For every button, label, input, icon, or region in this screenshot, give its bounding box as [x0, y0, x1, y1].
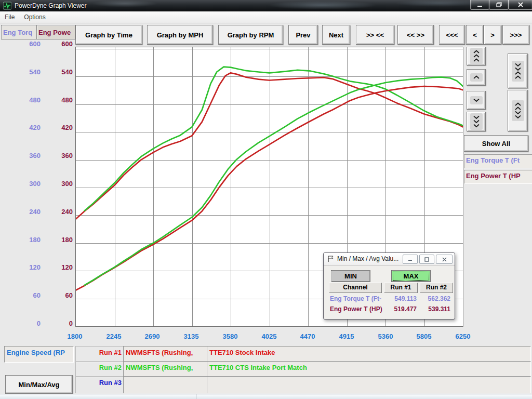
close-icon — [442, 257, 447, 262]
x-tick-5805: 5805 — [407, 332, 441, 341]
y-tick-power-540: 540 — [47, 68, 73, 76]
graph-by-rpm-button[interactable]: Graph by RPM — [218, 25, 283, 45]
y-tick-torque-540: 540 — [15, 68, 41, 76]
scroll-far-left-button[interactable]: <<< — [439, 25, 465, 45]
scroll-right-button[interactable]: > — [484, 25, 501, 45]
y-tick-power-0: 0 — [47, 320, 73, 328]
graph-by-mph-button[interactable]: Graph by MPH — [147, 25, 213, 45]
y-tick-power-120: 120 — [47, 263, 73, 272]
y-tick-torque-600: 600 — [15, 40, 41, 48]
close-icon — [518, 2, 523, 7]
app-window: PowerDyne Graph Viewer FileOptions Eng T… — [0, 0, 532, 399]
x-tick-3580: 3580 — [214, 332, 247, 341]
run-desc-3[interactable] — [207, 376, 531, 393]
channel-tab-power[interactable]: Eng Powe — [36, 25, 75, 39]
close-button[interactable] — [508, 0, 532, 10]
restore-icon — [496, 2, 502, 7]
x-tick-3135: 3135 — [175, 332, 208, 341]
column-header-channel: Channel — [329, 283, 382, 293]
maximize-icon — [424, 257, 429, 262]
minmax-row-1: Eng Torque T (Ft-549.113562.362 — [324, 295, 455, 304]
graph-by-time-button[interactable]: Graph by Time — [75, 25, 142, 45]
expand-vertical-button[interactable] — [508, 90, 528, 131]
y-tick-power-600: 600 — [47, 40, 73, 48]
run-name-3[interactable] — [123, 376, 208, 393]
y-tick-torque-420: 420 — [15, 124, 41, 132]
collapse-vertical-icon — [512, 61, 524, 82]
minmax-window-title: Min / Max / Avg Valu... — [337, 255, 398, 262]
minmax-window-icon — [327, 255, 335, 262]
min-toggle-button[interactable]: MIN — [331, 270, 370, 282]
run-label-3: Run #3 — [75, 376, 125, 393]
minmax-row-2: Eng Power T (HP)519.477539.311 — [324, 305, 455, 315]
x-tick-4470: 4470 — [291, 332, 324, 341]
minimize-icon — [477, 3, 483, 7]
zoom-in-button[interactable]: >> << — [356, 25, 394, 45]
y-tick-power-60: 60 — [47, 291, 73, 300]
minmax-channel-name: Eng Torque T (Ft- — [330, 295, 384, 302]
curve-run1-torque — [76, 73, 463, 219]
minmax-close-button[interactable] — [436, 255, 453, 264]
expand-vertical-icon — [512, 100, 524, 121]
y-tick-power-300: 300 — [47, 180, 73, 188]
minmax-run1-value: 519.477 — [381, 305, 417, 313]
collapse-vertical-button[interactable] — [508, 54, 528, 88]
y-tick-power-240: 240 — [47, 208, 73, 216]
next-button[interactable]: Next — [322, 25, 350, 45]
channel-tab-torque[interactable]: Eng Torq — [1, 25, 38, 39]
title-bar[interactable]: PowerDyne Graph Viewer — [0, 0, 532, 12]
zoom-out-button[interactable]: << >> — [397, 25, 434, 45]
max-toggle-button[interactable]: MAX — [391, 270, 431, 282]
taskbar-divider — [196, 394, 196, 399]
app-icon — [3, 2, 11, 10]
scroll-left-button[interactable]: < — [466, 25, 484, 45]
x-tick-2690: 2690 — [136, 332, 169, 341]
y-tick-torque-480: 480 — [15, 96, 41, 104]
minimize-button[interactable] — [470, 0, 489, 10]
minmax-title-bar[interactable]: Min / Max / Avg Valu... — [324, 253, 455, 265]
show-all-button[interactable]: Show All — [464, 135, 528, 152]
y-tick-power-360: 360 — [47, 152, 73, 160]
restore-button[interactable] — [489, 0, 509, 10]
y-tick-torque-0: 0 — [15, 320, 41, 328]
x-tick-6250: 6250 — [446, 332, 480, 341]
minmax-run1-value: 549.113 — [381, 295, 417, 302]
y-tick-power-480: 480 — [47, 96, 73, 104]
x-tick-4025: 4025 — [252, 332, 286, 341]
min-max-avg-button[interactable]: Min/Max/Avg — [5, 375, 73, 394]
minmax-window: Min / Max / Avg Valu... MIN MAX Channel … — [323, 252, 455, 320]
power-channel-label[interactable]: Eng Power T (HP — [464, 170, 532, 184]
chevron-down-button[interactable] — [467, 91, 486, 110]
x-channel-label[interactable]: Engine Speed (RP — [4, 346, 74, 363]
x-tick-2245: 2245 — [97, 332, 130, 341]
triple-chevron-up-icon — [470, 48, 483, 64]
triple-chevron-down-button[interactable] — [467, 112, 486, 131]
menu-file[interactable]: File — [0, 11, 19, 23]
column-header-run1: Run #1 — [384, 283, 418, 293]
minmax-run2-value: 539.311 — [418, 305, 450, 313]
menu-bar: FileOptions — [0, 11, 532, 23]
minmax-channel-name: Eng Power T (HP) — [330, 305, 384, 313]
prev-button[interactable]: Prev — [288, 25, 318, 45]
scroll-far-right-button[interactable]: >>> — [502, 25, 529, 45]
y-tick-power-180: 180 — [47, 236, 73, 244]
y-tick-torque-60: 60 — [15, 291, 41, 300]
triple-chevron-down-icon — [470, 113, 483, 130]
chevron-down-icon — [470, 96, 483, 104]
triple-chevron-up-button[interactable] — [467, 47, 486, 65]
chevron-up-button[interactable] — [467, 69, 486, 86]
minimize-icon — [408, 257, 413, 261]
y-tick-torque-300: 300 — [15, 180, 41, 188]
y-tick-torque-180: 180 — [15, 236, 41, 244]
y-tick-power-420: 420 — [47, 124, 73, 132]
x-tick-4915: 4915 — [330, 332, 363, 341]
y-tick-torque-360: 360 — [15, 152, 41, 160]
x-tick-1800: 1800 — [58, 332, 91, 341]
torque-channel-label[interactable]: Eng Torque T (Ft — [464, 154, 532, 168]
column-header-run2: Run #2 — [420, 283, 453, 293]
y-tick-torque-240: 240 — [15, 208, 41, 216]
minmax-minimize-button[interactable] — [403, 255, 418, 264]
minmax-maximize-button[interactable] — [419, 255, 434, 264]
menu-options[interactable]: Options — [19, 11, 50, 23]
y-tick-torque-120: 120 — [15, 263, 41, 272]
